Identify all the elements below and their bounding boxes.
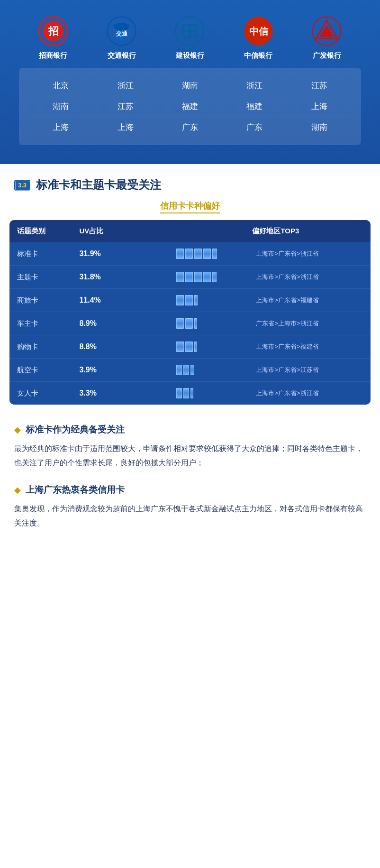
analysis-item-1: ◆ 上海广东热衷各类信用卡 集奥发现，作为消费观念较为超前的上海广东不愧于各式新…: [14, 484, 366, 531]
data-table: 话题类别 UV占比 偏好地区TOP3 标准卡 31.9% 上海市>广东省>浙江省…: [9, 220, 371, 405]
bank-cell-r1c3: 湖南: [158, 80, 222, 91]
analysis-title-text-0: 标准卡作为经典备受关注: [26, 424, 125, 436]
bank-item-ccb: 建设银行: [173, 14, 207, 60]
bank-cell-r2c5: 上海: [287, 101, 352, 112]
bank-item-boc: 交通 交通银行: [105, 14, 138, 60]
bank-item-cgb: 广发银行: [310, 14, 344, 60]
cgb-name: 广发银行: [313, 51, 341, 60]
subtitle-bar: 信用卡卡种偏好: [0, 197, 380, 220]
td-bar-3: [176, 318, 253, 329]
bank-table-row-1: 北京 浙江 湖南 浙江 江苏: [28, 75, 352, 96]
td-region-1: 上海市>广东省>浙江省: [252, 273, 363, 281]
bank-logos: 招 招商银行 交通 交通银行: [19, 14, 361, 60]
diamond-icon-1: ◆: [14, 485, 21, 495]
bank-cell-r2c4: 福建: [222, 101, 287, 112]
section-number-box: 3.3: [14, 180, 30, 191]
bank-table-row-2: 湖南 江苏 福建 福建 上海: [28, 96, 352, 117]
th-uv: UV占比: [79, 227, 176, 236]
svg-text:招: 招: [47, 25, 58, 37]
svg-marker-13: [319, 25, 334, 37]
svg-text:交通: 交通: [116, 30, 128, 37]
analysis-body-1: 集奥发现，作为消费观念较为超前的上海广东不愧于各式新金融试点主力地区，对各式信用…: [14, 502, 366, 531]
ccb-name: 建设银行: [176, 51, 204, 60]
cmb-logo: 招: [36, 14, 70, 47]
td-uv-0: 31.9%: [79, 249, 176, 258]
table-row-0: 标准卡 31.9% 上海市>广东省>浙江省: [9, 242, 371, 266]
bank-cell-r3c4: 广东: [222, 122, 287, 133]
ccb-logo: [173, 14, 207, 47]
td-uv-5: 3.9%: [79, 366, 176, 374]
bank-item-cmb: 招 招商银行: [36, 14, 70, 60]
table-row-3: 车主卡 8.9% 广东省>上海市>浙江省: [9, 312, 371, 335]
td-bar-4: [176, 342, 253, 352]
analysis-body-0: 最为经典的标准卡由于适用范围较大，申请条件相对要求较低获得了大众的追捧；同时各类…: [14, 442, 366, 471]
bank-cell-r2c2: 江苏: [93, 101, 157, 112]
td-type-0: 标准卡: [17, 249, 79, 259]
td-uv-2: 11.4%: [79, 296, 176, 305]
td-bar-0: [176, 249, 253, 259]
section-header: 3.3 标准卡和主题卡最受关注: [0, 164, 380, 197]
bank-cell-r1c1: 北京: [28, 80, 93, 91]
bank-cell-r3c1: 上海: [28, 122, 93, 133]
td-type-6: 女人卡: [17, 389, 79, 398]
section-title: 标准卡和主题卡最受关注: [36, 177, 161, 193]
cmb-name: 招商银行: [39, 51, 67, 60]
subtitle-text: 信用卡卡种偏好: [160, 201, 220, 213]
td-type-4: 购物卡: [17, 342, 79, 351]
td-type-1: 主题卡: [17, 273, 79, 282]
td-type-5: 航空卡: [17, 366, 79, 375]
td-region-4: 上海市>广东省>福建省: [252, 342, 363, 351]
analysis-item-0: ◆ 标准卡作为经典备受关注 最为经典的标准卡由于适用范围较大，申请条件相对要求较…: [14, 424, 366, 471]
td-type-3: 车主卡: [17, 319, 79, 328]
td-region-3: 广东省>上海市>浙江省: [252, 319, 363, 328]
boc-name: 交通银行: [108, 51, 136, 60]
bank-cell-r3c5: 湖南: [287, 122, 352, 133]
citic-logo: 中信: [242, 14, 275, 47]
th-type: 话题类别: [17, 227, 79, 236]
td-uv-4: 8.8%: [79, 342, 176, 351]
diamond-icon-0: ◆: [14, 425, 21, 435]
bank-cell-r1c5: 江苏: [287, 80, 352, 91]
td-type-2: 商旅卡: [17, 296, 79, 305]
bank-cell-r1c2: 浙江: [93, 80, 157, 91]
bank-table-row-3: 上海 上海 广东 广东 湖南: [28, 117, 352, 138]
cgb-logo: [310, 14, 344, 47]
analysis-title-0: ◆ 标准卡作为经典备受关注: [14, 424, 366, 436]
bank-cell-r3c2: 上海: [93, 122, 157, 133]
td-bar-1: [176, 272, 253, 282]
table-row-6: 女人卡 3.3% 上海市>广东省>浙江省: [9, 382, 371, 405]
section-number: 3.3: [18, 182, 27, 189]
td-region-6: 上海市>广东省>浙江省: [252, 389, 363, 397]
td-bar-6: [176, 388, 253, 398]
bank-table: 北京 浙江 湖南 浙江 江苏 湖南 江苏 福建 福建 上海 上海 上海 广东 广…: [19, 68, 361, 145]
bank-cell-r2c3: 福建: [158, 101, 222, 112]
bank-cell-r1c4: 浙江: [222, 80, 287, 91]
bank-cell-r2c1: 湖南: [28, 101, 93, 112]
table-row-5: 航空卡 3.9% 上海市>广东省>江苏省: [9, 359, 371, 382]
td-uv-3: 8.9%: [79, 319, 176, 328]
th-bar: [176, 227, 253, 236]
td-region-0: 上海市>广东省>浙江省: [252, 249, 363, 258]
bank-cell-r3c3: 广东: [158, 122, 222, 133]
td-region-2: 上海市>广东省>福建省: [252, 296, 363, 305]
td-bar-5: [176, 365, 253, 375]
td-bar-2: [176, 295, 253, 305]
bank-section: 招 招商银行 交通 交通银行: [0, 0, 380, 164]
citic-name: 中信银行: [244, 51, 272, 60]
td-region-5: 上海市>广东省>江苏省: [252, 366, 363, 374]
table-row-4: 购物卡 8.8% 上海市>广东省>福建省: [9, 335, 371, 359]
table-row-1: 主题卡 31.8% 上海市>广东省>浙江省: [9, 266, 371, 289]
td-uv-6: 3.3%: [79, 389, 176, 397]
boc-logo: 交通: [105, 14, 138, 47]
table-row-2: 商旅卡 11.4% 上海市>广东省>福建省: [9, 289, 371, 312]
analysis-title-text-1: 上海广东热衷各类信用卡: [26, 484, 125, 496]
svg-text:中信: 中信: [249, 26, 268, 37]
analysis-section: ◆ 标准卡作为经典备受关注 最为经典的标准卡由于适用范围较大，申请条件相对要求较…: [0, 414, 380, 554]
th-region: 偏好地区TOP3: [252, 227, 363, 236]
bank-item-citic: 中信 中信银行: [242, 14, 275, 60]
table-header: 话题类别 UV占比 偏好地区TOP3: [9, 220, 371, 242]
td-uv-1: 31.8%: [79, 273, 176, 281]
analysis-title-1: ◆ 上海广东热衷各类信用卡: [14, 484, 366, 496]
